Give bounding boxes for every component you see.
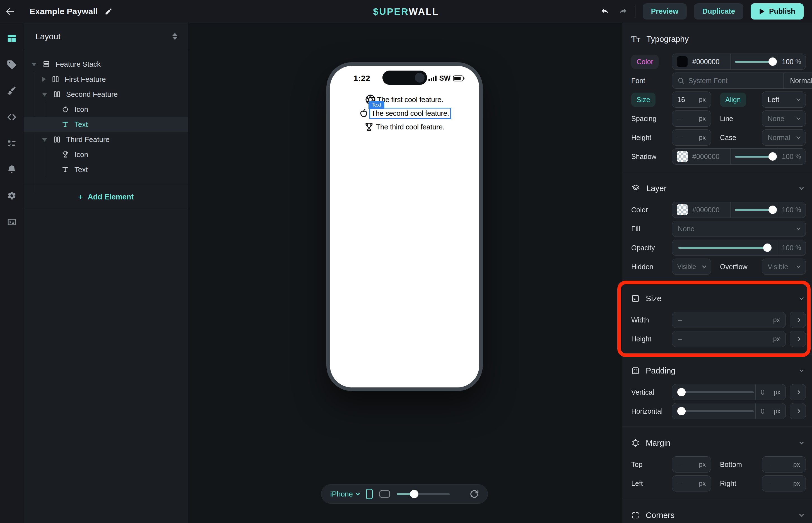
color-opacity-slider[interactable] [735,57,773,66]
rail-checklist-tab[interactable] [6,138,18,149]
hidden-dropdown[interactable]: Visible [672,258,711,275]
layer-color-swatch[interactable] [677,204,688,215]
device-select[interactable]: iPhone [330,490,359,499]
publish-button[interactable]: Publish [751,3,804,19]
feature-row-3[interactable]: The third cool feature. [363,121,446,133]
preview-button[interactable]: Preview [643,3,687,19]
shadow-hex-value[interactable]: #000000 [692,152,719,161]
refresh-button[interactable] [470,489,479,499]
padding-vertical-control[interactable]: 0 px [672,384,786,400]
color-property-toggle[interactable]: Color [631,55,672,69]
corners-header[interactable]: Corners [631,506,806,523]
letter-spacing-input[interactable]: – px [672,110,711,127]
opacity-value[interactable]: 100 [782,244,794,252]
caret-down-icon[interactable] [32,63,37,66]
layer-color-opacity-value[interactable]: 100 [782,206,794,214]
padding-icon [631,366,639,375]
font-size-input[interactable]: 16 px [672,91,711,108]
opacity-slider[interactable] [679,244,771,252]
sort-icon[interactable] [173,33,177,40]
rail-notifications-tab[interactable] [6,164,18,175]
phone-screen[interactable]: 1:22 SW The first cool feature. Text The… [330,66,479,387]
rail-settings-tab[interactable] [6,190,18,201]
height-expand-button[interactable] [790,331,806,347]
feature-row-2-selected[interactable]: Text The second cool feature. [358,107,451,120]
padding-vertical-value[interactable]: 0 [761,388,764,396]
padding-vertical-expand-button[interactable] [790,384,806,400]
line-height-input[interactable]: – px [672,129,711,146]
align-dropdown[interactable]: Left [762,91,806,108]
layer-header[interactable]: Layer [631,179,806,197]
tree-item-feature-stack[interactable]: Feature Stack [24,57,188,72]
caret-down-icon[interactable] [42,93,47,96]
landscape-orientation-button[interactable] [379,490,390,498]
font-weight-value[interactable]: Normal [790,77,812,85]
shadow-opacity-value[interactable]: 100 [782,152,794,161]
tree-item-second-feature[interactable]: Second Feature [24,87,188,102]
rail-products-tab[interactable] [6,59,18,70]
color-swatch[interactable] [677,56,688,67]
shadow-opacity-slider[interactable] [735,152,773,161]
tree-item-icon-apple[interactable]: Icon [24,102,188,117]
overflow-dropdown[interactable]: Visible [762,258,806,275]
fill-dropdown[interactable]: None [672,221,806,237]
layer-color-opacity-slider[interactable] [735,205,773,214]
redo-button[interactable] [618,6,628,16]
chevron-down-icon [799,295,804,300]
tree-item-text[interactable]: Text [24,162,188,177]
tree-item-first-feature[interactable]: First Feature [24,72,188,87]
font-search-input[interactable] [688,77,778,85]
caret-right-icon[interactable] [42,77,46,82]
padding-horizontal-value[interactable]: 0 [761,407,764,415]
caret-down-icon[interactable] [42,138,47,142]
font-control[interactable]: Normal [672,73,812,89]
text-color-control[interactable]: #000000 100 % [672,54,806,70]
padding-horizontal-expand-button[interactable] [790,403,806,419]
zoom-slider[interactable] [397,490,450,498]
margin-header[interactable]: Margin [631,434,806,452]
size-header[interactable]: Size [631,290,806,307]
padding-vertical-slider[interactable] [677,388,754,396]
shadow-control[interactable]: #000000 100 % [672,148,806,165]
logo-wall-text: WALL [409,6,439,16]
padding-header[interactable]: Padding [631,362,806,380]
duplicate-button[interactable]: Duplicate [694,3,743,19]
rail-theme-tab[interactable] [6,85,18,96]
feature-text-selected[interactable]: The second cool feature. [369,108,451,119]
height-input[interactable]: – px [672,331,786,347]
portrait-orientation-button[interactable] [366,489,373,499]
padding-horizontal-slider[interactable] [677,407,754,415]
opacity-control[interactable]: 100 % [672,240,806,256]
line-dropdown[interactable]: None [762,110,806,127]
width-expand-button[interactable] [790,312,806,328]
tree-item-third-feature[interactable]: Third Feature [24,132,188,147]
size-property-toggle[interactable]: Size [631,93,672,107]
padding-horizontal-control[interactable]: 0 px [672,403,786,419]
color-hex-value[interactable]: #000000 [692,58,719,66]
font-label: Font [631,77,672,85]
margin-top-input[interactable]: – px [672,456,711,472]
tree-item-text-selected[interactable]: Text [24,117,188,132]
rail-code-tab[interactable] [6,112,18,123]
add-element-button[interactable]: Add Element [24,185,188,209]
margin-bottom-input[interactable]: – px [762,456,806,472]
section-title: Size [646,294,661,303]
columns-icon [52,90,62,99]
undo-button[interactable] [600,6,610,16]
color-opacity-value[interactable]: 100 [782,58,794,66]
edit-title-pencil-icon[interactable] [105,7,112,15]
slider-knob[interactable] [410,490,418,498]
back-button[interactable] [0,0,23,23]
case-dropdown[interactable]: Normal [762,129,806,146]
tree-item-icon-trophy[interactable]: Icon [24,147,188,162]
shadow-swatch[interactable] [677,151,688,162]
layer-color-control[interactable]: #000000 100 % [672,202,806,218]
layer-color-hex[interactable]: #000000 [692,206,719,214]
rail-console-tab[interactable] [6,216,18,228]
align-property-toggle[interactable]: Align [720,93,746,107]
width-input[interactable]: – px [672,312,786,328]
margin-right-input[interactable]: – px [762,475,806,491]
margin-left-input[interactable]: – px [672,475,711,491]
camera-dot [415,73,425,83]
rail-layout-tab[interactable] [6,33,18,44]
